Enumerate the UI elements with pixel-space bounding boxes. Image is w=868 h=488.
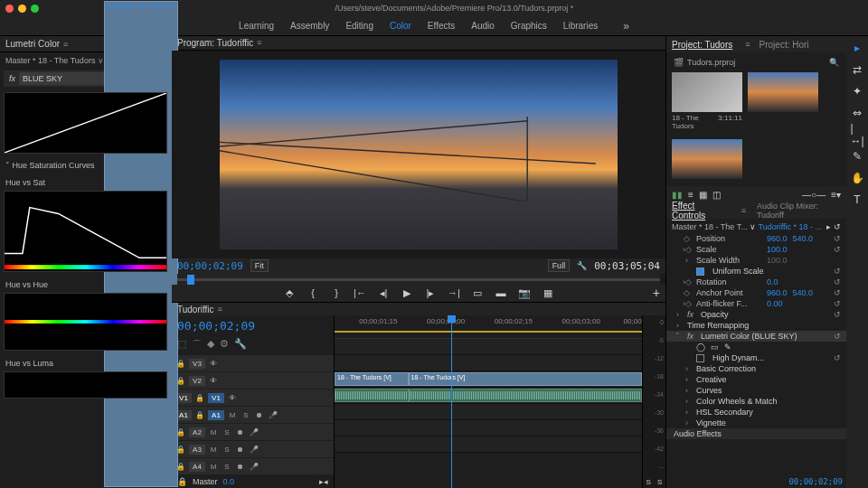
project-tab-tudors[interactable]: Project: Tudors bbox=[672, 40, 732, 50]
reset-icon[interactable]: ↺ bbox=[834, 234, 841, 243]
lumetri-panel-tab[interactable]: Lumetri Color bbox=[5, 39, 60, 49]
program-monitor-tab[interactable]: Program: Tudoriffic bbox=[177, 38, 253, 48]
step-forward-icon[interactable]: |▸ bbox=[423, 286, 438, 300]
extract-icon[interactable]: ▬ bbox=[494, 286, 508, 300]
comparison-view-icon[interactable]: ▦ bbox=[541, 286, 555, 300]
go-to-in-icon[interactable]: |← bbox=[353, 286, 367, 300]
timeline-ruler[interactable]: 00;00;01;15 00;00;02;00 00;00;02;15 00;0… bbox=[335, 315, 642, 339]
workspace-overflow-icon[interactable]: » bbox=[623, 20, 629, 33]
workspace-learning[interactable]: Learning bbox=[239, 21, 274, 31]
keyframe-toggle-icon[interactable]: ◇ bbox=[683, 234, 691, 243]
button-editor-icon[interactable]: + bbox=[653, 286, 660, 300]
sequence-timecode[interactable]: 00;00;02;09 bbox=[177, 319, 255, 333]
workspace-effects[interactable]: Effects bbox=[428, 21, 455, 31]
program-timecode[interactable]: 00;00;02;09 bbox=[177, 260, 243, 272]
type-tool-icon[interactable]: T bbox=[851, 193, 863, 206]
track-a1[interactable]: A1 bbox=[208, 410, 224, 420]
lock-icon[interactable]: 🔒 bbox=[194, 411, 205, 419]
sort-icon[interactable]: ≡▾ bbox=[831, 190, 841, 200]
resolution-select[interactable]: Full bbox=[548, 259, 571, 272]
mark-out-bracket-icon[interactable]: } bbox=[329, 286, 344, 300]
zoom-fit-select[interactable]: Fit bbox=[250, 259, 269, 272]
solo-button[interactable]: S bbox=[646, 478, 651, 486]
go-to-out-icon[interactable]: →| bbox=[447, 286, 461, 300]
panel-menu-icon[interactable]: ≡ bbox=[218, 305, 222, 314]
track-a3[interactable]: A3 bbox=[189, 445, 205, 455]
effect-controls-timecode[interactable]: 00;00;02;09 bbox=[788, 477, 843, 486]
selection-tool-icon[interactable]: ▸ bbox=[851, 42, 863, 54]
icon-view-icon[interactable]: ▦ bbox=[699, 190, 707, 200]
workspace-graphics[interactable]: Graphics bbox=[511, 21, 547, 31]
hue-vs-luma-curve[interactable] bbox=[4, 371, 167, 399]
toggle-output-icon[interactable]: 👁 bbox=[208, 377, 219, 385]
wrench-icon[interactable]: 🔧 bbox=[577, 261, 587, 270]
workspace-color[interactable]: Color bbox=[390, 21, 411, 31]
linked-selection-icon[interactable]: ⌒ bbox=[192, 338, 202, 352]
mark-in-icon[interactable]: ⬘ bbox=[282, 286, 297, 300]
workspace-assembly[interactable]: Assembly bbox=[290, 21, 329, 31]
audio-clip[interactable] bbox=[335, 389, 409, 402]
sequence-tab[interactable]: Tudoriffic bbox=[177, 305, 214, 314]
mask-pen-icon[interactable]: ✎ bbox=[724, 343, 731, 352]
hdr-checkbox[interactable] bbox=[696, 354, 704, 362]
playhead[interactable] bbox=[451, 315, 452, 488]
bin-item[interactable] bbox=[672, 139, 742, 179]
project-tab-hori[interactable]: Project: Hori bbox=[760, 40, 809, 50]
ripple-edit-tool-icon[interactable]: ✦ bbox=[851, 85, 863, 98]
workspace-audio[interactable]: Audio bbox=[471, 21, 495, 31]
minimize-window[interactable] bbox=[18, 5, 26, 13]
lock-icon[interactable]: 🔒 bbox=[177, 477, 187, 486]
track-v2[interactable]: V2 bbox=[189, 376, 205, 386]
video-clip[interactable]: 18 - The Tudors [V] bbox=[409, 372, 642, 386]
lumetri-master-clip[interactable]: Master * 18 - The Tudors bbox=[5, 56, 95, 65]
voice-over-icon[interactable]: ⏺ bbox=[254, 411, 265, 419]
zoom-slider[interactable]: —○— bbox=[802, 190, 826, 200]
track-a4[interactable]: A4 bbox=[189, 462, 205, 472]
bin-item[interactable] bbox=[748, 72, 818, 132]
mask-ellipse-icon[interactable]: ◯ bbox=[696, 343, 705, 352]
slip-tool-icon[interactable]: |↔| bbox=[851, 128, 863, 141]
step-back-icon[interactable]: ◂| bbox=[376, 286, 391, 300]
solo-button[interactable]: S bbox=[657, 478, 662, 486]
rgb-curve[interactable] bbox=[4, 92, 167, 154]
lock-icon[interactable]: 🔒 bbox=[194, 394, 205, 402]
toggle-output-icon[interactable]: 👁 bbox=[208, 360, 219, 368]
search-icon[interactable]: 🔍 bbox=[829, 58, 839, 67]
audio-clip-mixer-tab[interactable]: Audio Clip Mixer: Tudoriff bbox=[757, 202, 841, 220]
audio-clip[interactable] bbox=[409, 389, 642, 402]
video-clip[interactable]: 18 - The Tudors [V] bbox=[335, 372, 409, 386]
marker-icon[interactable]: ◆ bbox=[207, 338, 214, 352]
effect-controls-tab[interactable]: Effect Controls bbox=[672, 201, 727, 221]
workspace-libraries[interactable]: Libraries bbox=[563, 21, 598, 31]
panel-menu-icon[interactable]: ≡ bbox=[63, 40, 68, 49]
play-icon[interactable]: ▶ bbox=[400, 286, 414, 300]
play-keyframes-icon[interactable]: ↺ bbox=[834, 222, 841, 231]
panel-menu-icon[interactable]: ≡ bbox=[257, 38, 261, 47]
bin-item[interactable]: 18 - The Tudors3:11:11 bbox=[672, 72, 742, 132]
close-window[interactable] bbox=[5, 5, 14, 13]
track-select-tool-icon[interactable]: ⇄ bbox=[851, 63, 863, 76]
toggle-output-icon[interactable]: 👁 bbox=[227, 394, 238, 402]
settings-icon[interactable]: ⚙ bbox=[220, 338, 229, 352]
master-level[interactable]: 0.0 bbox=[223, 477, 235, 486]
pen-tool-icon[interactable]: ✎ bbox=[851, 150, 863, 163]
lift-icon[interactable]: ▭ bbox=[470, 286, 485, 300]
hue-vs-sat-curve[interactable] bbox=[4, 191, 167, 272]
workspace-editing[interactable]: Editing bbox=[345, 21, 373, 31]
snap-icon[interactable]: ⬚ bbox=[177, 338, 186, 352]
wrench-icon[interactable]: 🔧 bbox=[234, 338, 247, 352]
hand-tool-icon[interactable]: ✋ bbox=[851, 172, 863, 184]
razor-tool-icon[interactable]: ⇔ bbox=[851, 107, 863, 119]
mask-rect-icon[interactable]: ▭ bbox=[711, 343, 719, 352]
mark-in-bracket-icon[interactable]: { bbox=[306, 286, 320, 300]
program-scrubber[interactable] bbox=[177, 274, 660, 285]
track-v3[interactable]: V3 bbox=[189, 359, 205, 369]
list-view-icon[interactable]: ≡ bbox=[688, 190, 693, 200]
maximize-window[interactable] bbox=[31, 5, 39, 13]
program-monitor[interactable] bbox=[172, 51, 665, 258]
export-frame-icon[interactable]: 📷 bbox=[517, 286, 532, 300]
track-v1[interactable]: V1 bbox=[208, 393, 224, 403]
hsl-section-label[interactable]: Hue Saturation Curves bbox=[13, 161, 95, 170]
uniform-scale-checkbox[interactable] bbox=[696, 267, 704, 276]
hue-vs-hue-curve[interactable] bbox=[4, 293, 167, 351]
